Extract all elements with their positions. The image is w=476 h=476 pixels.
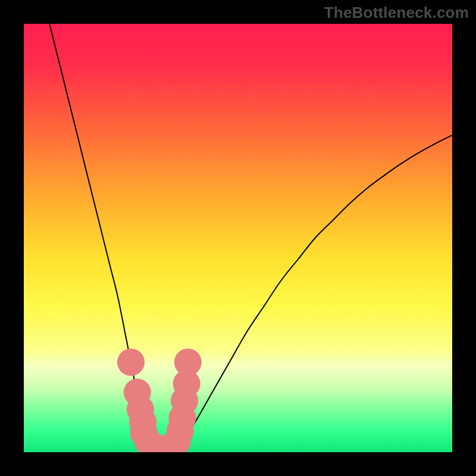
plot-area <box>24 24 452 452</box>
highlight-marker <box>174 349 202 376</box>
gradient-background <box>24 24 452 452</box>
chart-frame: TheBottleneck.com <box>0 0 476 476</box>
highlight-marker <box>117 349 145 376</box>
chart-svg <box>24 24 452 452</box>
watermark-text: TheBottleneck.com <box>324 4 469 22</box>
